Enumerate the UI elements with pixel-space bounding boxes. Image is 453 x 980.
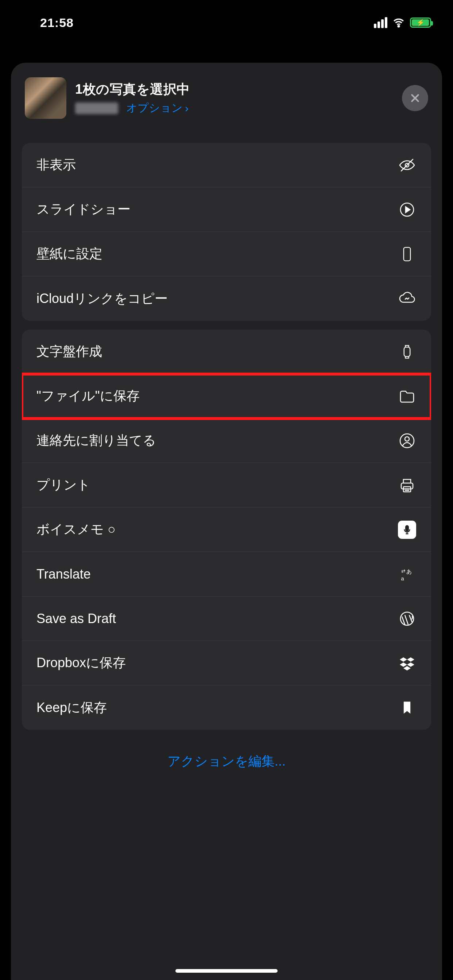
action-assign-to-contact[interactable]: 連絡先に割り当てる (22, 418, 431, 463)
battery-icon: ⚡ (410, 18, 431, 28)
phone-portrait-icon (397, 245, 416, 264)
person-circle-icon (397, 431, 416, 450)
folder-icon (397, 387, 416, 406)
chevron-right-icon: › (185, 102, 188, 115)
cellular-signal-icon (374, 17, 388, 28)
bookmark-icon (397, 698, 416, 717)
svg-point-0 (398, 25, 399, 27)
status-time: 21:58 (40, 16, 74, 30)
action-copy-icloud-link[interactable]: iCloudリンクをコピー (22, 276, 431, 321)
watch-icon (397, 342, 416, 361)
dropbox-icon (397, 654, 416, 673)
action-print[interactable]: プリント (22, 463, 431, 508)
wordpress-icon (397, 609, 416, 628)
status-icons: ⚡ (374, 16, 431, 29)
action-save-as-draft[interactable]: Save as Draft (22, 597, 431, 641)
svg-rect-3 (404, 247, 410, 261)
action-save-to-dropbox[interactable]: Dropboxに保存 (22, 641, 431, 686)
cloud-link-icon (397, 289, 416, 308)
edit-actions-link[interactable]: アクションを編集... (11, 730, 442, 785)
sheet-title: 1枚の写真を選択中 (75, 81, 393, 99)
action-translate[interactable]: Translate ⇄ あ a (22, 552, 431, 597)
svg-text:a: a (401, 575, 405, 581)
options-link[interactable]: オプション › (126, 100, 188, 116)
action-group-1: 非表示 スライドショー 壁紙に設定 (22, 143, 431, 321)
play-circle-icon (397, 200, 416, 219)
svg-text:あ: あ (406, 569, 412, 574)
action-slideshow[interactable]: スライドショー (22, 188, 431, 232)
wifi-icon (392, 16, 405, 29)
voicememo-app-icon (397, 520, 416, 539)
sheet-header: 1枚の写真を選択中 オプション › (11, 63, 442, 134)
svg-rect-9 (405, 525, 408, 531)
svg-point-6 (405, 437, 409, 441)
options-label: オプション (126, 100, 183, 116)
share-sheet: 1枚の写真を選択中 オプション › 非表示 (11, 63, 442, 980)
eye-slash-icon (397, 156, 416, 175)
close-button[interactable] (402, 85, 428, 111)
close-icon (410, 92, 421, 103)
action-hide[interactable]: 非表示 (22, 143, 431, 188)
home-indicator[interactable] (175, 969, 278, 973)
action-group-2: 文字盤作成 "ファイル"に保存 連絡先に割り当てる (22, 329, 431, 730)
action-create-watch-face[interactable]: 文字盤作成 (22, 329, 431, 374)
action-save-to-files[interactable]: "ファイル"に保存 (22, 374, 431, 418)
svg-text:⇄: ⇄ (401, 568, 405, 574)
status-bar: 21:58 ⚡ (0, 0, 453, 37)
action-set-wallpaper[interactable]: 壁紙に設定 (22, 232, 431, 276)
redacted-subtitle (75, 102, 118, 114)
translate-icon: ⇄ あ a (397, 565, 416, 584)
svg-rect-4 (404, 347, 410, 356)
action-voice-memo[interactable]: ボイスメモ ○ (22, 508, 431, 552)
printer-icon (397, 476, 416, 495)
action-save-to-keep[interactable]: Keepに保存 (22, 686, 431, 730)
photo-thumbnail[interactable] (25, 77, 66, 119)
